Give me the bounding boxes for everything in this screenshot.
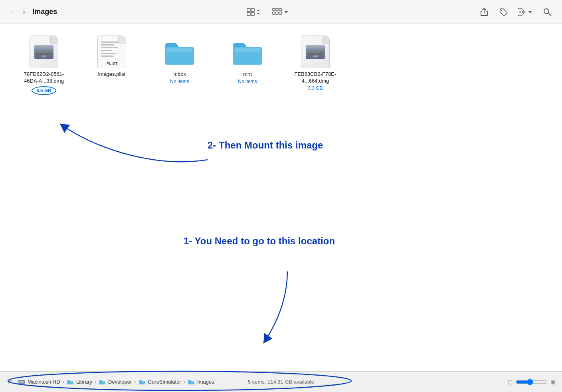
path-sep-2: ›: [95, 379, 96, 385]
size-slider-container: ▢ ▣: [508, 379, 556, 385]
status-bar-info: 5 items, 114.81 GB available: [248, 379, 314, 385]
path-label-developer: Developer: [108, 379, 132, 385]
svg-rect-3: [251, 12, 254, 16]
file-name-2: images.plist: [98, 71, 126, 78]
svg-rect-9: [279, 12, 281, 14]
toolbar: ‹ › Images: [0, 0, 562, 24]
group-view-button[interactable]: [269, 6, 291, 18]
more-button[interactable]: [516, 6, 535, 18]
search-button[interactable]: [540, 6, 554, 18]
arrow-1-path: [263, 271, 287, 343]
disk-image-icon: [34, 45, 53, 59]
arrow-2-path: [60, 124, 208, 162]
file-sub-5: 3.3 GB: [308, 85, 323, 91]
forward-button[interactable]: ›: [20, 6, 29, 18]
file-name-1: 78FD62D2-0561-46DA-A...38.dmg: [20, 71, 68, 85]
toolbar-right: [477, 6, 554, 18]
svg-point-11: [519, 11, 521, 13]
path-label-images: Images: [197, 379, 214, 385]
path-item-images: Images: [188, 379, 214, 385]
svg-rect-5: [276, 8, 278, 11]
plist-line-2: [101, 44, 115, 46]
file-item-5[interactable]: FEB83CB2-F78E-4...664.dmg 3.3 GB: [291, 36, 339, 91]
svg-point-10: [501, 10, 503, 11]
slider-min-icon: ▢: [508, 379, 513, 385]
plist-line-4: [101, 50, 112, 51]
folder-mnt-icon: [232, 38, 263, 65]
svg-rect-0: [247, 8, 250, 12]
chevron-updown-icon: [256, 9, 261, 15]
plist-page-icon: PLIST: [97, 36, 126, 68]
file-icon-1: [28, 36, 60, 68]
file-grid: 78FD62D2-0561-46DA-A...38.dmg 3.6 GB PLI…: [20, 36, 542, 95]
dmg-page-icon-2: [301, 36, 330, 68]
view-grid-button[interactable]: [244, 6, 263, 18]
file-name-3: Inbox: [173, 71, 186, 78]
chevron-down-icon: [284, 9, 289, 15]
svg-line-16: [548, 13, 551, 16]
plist-line-1: [101, 42, 119, 43]
path-label-coresimulator: CoreSimulator: [148, 379, 181, 385]
file-item-1[interactable]: 78FD62D2-0561-46DA-A...38.dmg 3.6 GB: [20, 36, 68, 95]
svg-rect-18: [19, 381, 24, 383]
annotation-label-2: 2- Then Mount this image: [208, 140, 323, 151]
file-item-4[interactable]: mnt No items: [224, 36, 271, 84]
status-bar: ✕ Macintosh HD › Library › Developer ›: [0, 371, 562, 392]
dmg-page-icon: [30, 36, 58, 68]
file-icon-3: [164, 36, 196, 68]
svg-point-13: [524, 11, 526, 13]
plist-line-5: [101, 53, 117, 54]
window-title: Images: [32, 8, 57, 16]
file-sub-3: No items: [170, 79, 189, 84]
size-slider[interactable]: [516, 379, 548, 385]
file-icon-5: [299, 36, 331, 68]
disk-image-icon-2: [306, 45, 325, 59]
file-name-4: mnt: [243, 71, 252, 78]
share-button[interactable]: [477, 6, 491, 18]
back-button[interactable]: ‹: [8, 6, 17, 18]
svg-rect-7: [276, 12, 278, 14]
toolbar-center: [57, 6, 477, 18]
path-item-developer: Developer: [99, 379, 132, 385]
plist-line-3: [101, 47, 118, 48]
path-sep-1: ›: [63, 379, 64, 385]
folder-inbox-icon: [164, 38, 196, 65]
plist-line-6: [101, 55, 113, 57]
tag-button[interactable]: [497, 6, 510, 18]
chevron-down-2-icon: [528, 9, 532, 15]
file-icon-4: [232, 36, 263, 68]
path-item-macintosh-hd: Macintosh HD: [18, 379, 60, 385]
plist-label: PLIST: [107, 61, 118, 65]
file-item-3[interactable]: Inbox No items: [156, 36, 204, 84]
file-sub-4: No items: [238, 79, 257, 84]
svg-rect-4: [273, 8, 275, 11]
path-label-library: Library: [76, 379, 92, 385]
svg-rect-1: [251, 8, 254, 12]
path-item-coresimulator: CoreSimulator: [139, 379, 181, 385]
tag-icon: [499, 8, 508, 16]
folder-icon-library: [67, 379, 74, 385]
more-icon: [518, 8, 527, 16]
slider-max-icon: ▣: [551, 379, 556, 385]
path-label-macintosh-hd: Macintosh HD: [28, 379, 60, 385]
file-icon-2: PLIST: [96, 36, 128, 68]
svg-point-12: [522, 11, 523, 13]
nav-buttons: ‹ ›: [8, 6, 28, 18]
folder-icon-coresimulator: [139, 379, 146, 385]
path-item-library: Library: [67, 379, 92, 385]
svg-point-15: [544, 9, 549, 14]
folder-icon-images: [188, 379, 195, 385]
folder-icon-developer: [99, 379, 106, 385]
svg-rect-8: [279, 8, 281, 11]
annotation-label-1: 1- You Need to go to this location: [184, 236, 335, 247]
search-icon: [543, 8, 552, 16]
file-size-badge-1: 3.6 GB: [32, 86, 56, 95]
file-item-2[interactable]: PLIST images.plist: [88, 36, 136, 78]
grid-icon: [246, 8, 255, 16]
group-grid-icon: [272, 8, 283, 16]
disk-icon: [18, 379, 25, 385]
main-content: 78FD62D2-0561-46DA-A...38.dmg 3.6 GB PLI…: [0, 24, 562, 371]
svg-rect-2: [247, 12, 250, 16]
status-close-button[interactable]: ✕: [6, 377, 13, 386]
file-name-5: FEB83CB2-F78E-4...664.dmg: [291, 71, 339, 85]
